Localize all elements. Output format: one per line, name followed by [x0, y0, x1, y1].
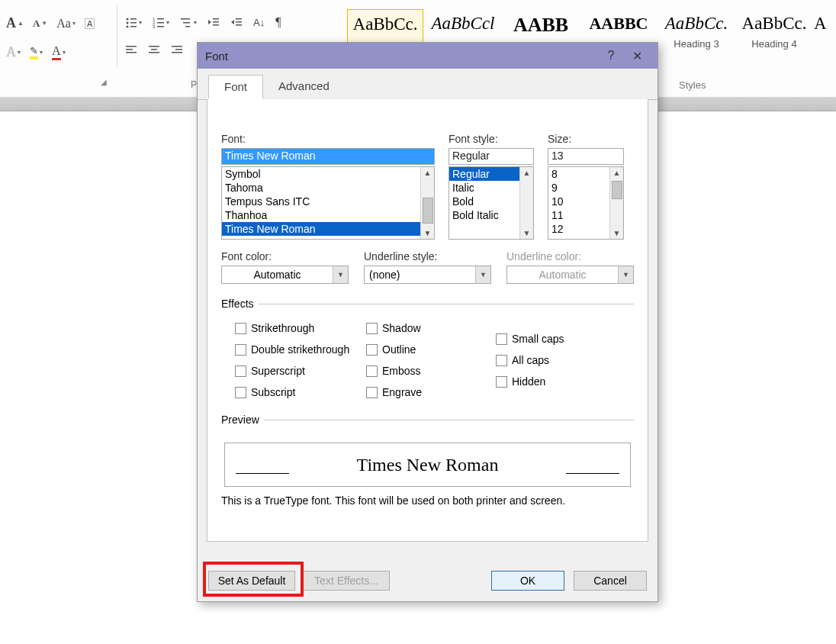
- scroll-down-icon[interactable]: ▼: [613, 227, 621, 239]
- engrave-checkbox[interactable]: Engrave: [366, 382, 496, 403]
- svg-point-4: [127, 26, 129, 28]
- dialog-title: Font: [205, 50, 598, 63]
- increase-indent-button[interactable]: [227, 14, 246, 31]
- font-listbox[interactable]: Symbol Tahoma Tempus Sans ITC Thanhoa Ti…: [221, 166, 435, 240]
- scroll-up-icon[interactable]: ▲: [613, 167, 621, 179]
- svg-rect-5: [130, 26, 137, 27]
- scrollbar[interactable]: ▲ ▼: [420, 167, 434, 239]
- font-color-combo[interactable]: Automatic▼: [221, 266, 349, 284]
- subscript-checkbox[interactable]: Subscript: [235, 382, 366, 403]
- underline-color-label: Underline color:: [506, 250, 634, 262]
- scroll-down-icon[interactable]: ▼: [424, 227, 432, 239]
- double-strikethrough-checkbox[interactable]: Double strikethrough: [235, 339, 366, 360]
- scroll-thumb[interactable]: [612, 181, 622, 199]
- scroll-up-icon[interactable]: ▲: [523, 167, 531, 179]
- cancel-button[interactable]: Cancel: [574, 571, 647, 591]
- emboss-checkbox[interactable]: Emboss: [366, 360, 496, 382]
- font-list-item[interactable]: Thanhoa: [222, 208, 434, 222]
- scroll-down-icon[interactable]: ▼: [523, 227, 531, 239]
- titlebar[interactable]: Font ? ✕: [198, 43, 658, 69]
- font-list-item[interactable]: Tahoma: [222, 181, 434, 195]
- svg-rect-16: [213, 21, 219, 23]
- align-right-button[interactable]: [168, 43, 186, 56]
- svg-rect-14: [185, 26, 190, 27]
- font-color-button[interactable]: A▾: [49, 43, 69, 62]
- hidden-checkbox[interactable]: Hidden: [496, 371, 610, 392]
- svg-rect-23: [126, 52, 137, 53]
- font-label: Font:: [221, 133, 435, 145]
- grow-font-button[interactable]: A▲: [3, 14, 27, 33]
- effects-legend: Effects: [221, 298, 259, 310]
- style-listbox[interactable]: Regular Italic Bold Bold Italic ▲ ▼: [449, 166, 534, 240]
- font-list-item[interactable]: Tempus Sans ITC: [222, 195, 434, 208]
- scrollbar[interactable]: ▲ ▼: [519, 167, 533, 239]
- multilevel-list-button[interactable]: ▾: [177, 14, 200, 31]
- tabbar: Font Advanced: [198, 75, 658, 100]
- superscript-checkbox[interactable]: Superscript: [235, 360, 366, 382]
- underline-style-label: Underline style:: [364, 250, 491, 262]
- help-button[interactable]: ?: [598, 49, 624, 63]
- svg-rect-7: [157, 18, 164, 20]
- svg-rect-11: [157, 26, 164, 27]
- svg-text:3: 3: [153, 24, 156, 28]
- svg-rect-9: [157, 22, 164, 24]
- text-effects-button: Text Effects...: [303, 571, 390, 591]
- svg-rect-12: [181, 18, 190, 20]
- align-center-button[interactable]: [145, 43, 163, 56]
- close-button[interactable]: ✕: [624, 49, 650, 63]
- bullets-button[interactable]: ▾: [122, 14, 145, 31]
- svg-rect-13: [183, 22, 190, 24]
- dialog-buttons: Set As Default Text Effects... OK Cancel: [198, 560, 658, 601]
- outline-checkbox[interactable]: Outline: [366, 339, 496, 360]
- scrollbar[interactable]: ▲ ▼: [609, 167, 623, 239]
- svg-rect-18: [236, 18, 242, 20]
- svg-rect-3: [130, 22, 137, 24]
- allcaps-checkbox[interactable]: All caps: [496, 349, 610, 371]
- ok-button[interactable]: OK: [491, 571, 564, 591]
- clear-formatting-button[interactable]: A: [82, 17, 98, 31]
- underline-color-combo: Automatic▼: [506, 266, 634, 284]
- shrink-font-button[interactable]: A▼: [30, 16, 50, 31]
- shadow-checkbox[interactable]: Shadow: [366, 317, 496, 339]
- style-item-4[interactable]: AaBbCc. Heading 3: [658, 9, 735, 69]
- style-item-5[interactable]: AaBbCc. Heading 4: [736, 9, 812, 69]
- smallcaps-checkbox[interactable]: Small caps: [496, 328, 610, 349]
- tab-font[interactable]: Font: [208, 75, 263, 99]
- preview-legend: Preview: [221, 414, 264, 426]
- style-item-6[interactable]: A: [814, 9, 836, 69]
- font-input[interactable]: Times New Roman: [221, 148, 435, 165]
- numbering-button[interactable]: 123▾: [150, 14, 172, 31]
- svg-rect-24: [149, 46, 159, 47]
- align-left-button[interactable]: [122, 43, 140, 56]
- underline-style-combo[interactable]: (none)▼: [364, 266, 491, 284]
- svg-rect-21: [126, 46, 137, 47]
- size-label: Size:: [548, 133, 624, 145]
- scroll-up-icon[interactable]: ▲: [424, 167, 432, 179]
- font-group-launcher-icon[interactable]: ◢: [101, 78, 107, 86]
- svg-rect-1: [130, 18, 137, 20]
- font-list-item[interactable]: Times New Roman: [222, 222, 434, 236]
- svg-rect-17: [213, 24, 219, 26]
- scroll-thumb[interactable]: [423, 198, 433, 224]
- font-list-item[interactable]: Symbol: [222, 167, 434, 181]
- show-marks-button[interactable]: ¶: [272, 14, 284, 31]
- chevron-down-icon: ▼: [618, 266, 633, 283]
- highlight-button[interactable]: ✎▾: [27, 43, 46, 61]
- decrease-indent-button[interactable]: [204, 14, 223, 31]
- svg-point-2: [127, 22, 129, 24]
- sort-button[interactable]: A↓: [250, 14, 268, 31]
- style-input[interactable]: Regular: [449, 148, 534, 165]
- preview-sample: Times New Roman: [357, 455, 499, 475]
- size-listbox[interactable]: 8 9 10 11 12 ▲ ▼: [548, 166, 624, 240]
- svg-rect-22: [126, 49, 133, 50]
- size-input[interactable]: 13: [548, 148, 624, 165]
- set-as-default-button[interactable]: Set As Default: [208, 571, 295, 591]
- font-panel: Font: Times New Roman Symbol Tahoma Temp…: [207, 99, 648, 542]
- text-effects-button[interactable]: A▾: [3, 43, 24, 62]
- svg-rect-19: [236, 21, 242, 23]
- tab-advanced[interactable]: Advanced: [263, 75, 345, 99]
- svg-point-0: [127, 18, 129, 21]
- change-case-button[interactable]: Aa▾: [53, 15, 79, 32]
- strikethrough-checkbox[interactable]: Strikethrough: [235, 317, 366, 339]
- svg-rect-29: [172, 52, 182, 53]
